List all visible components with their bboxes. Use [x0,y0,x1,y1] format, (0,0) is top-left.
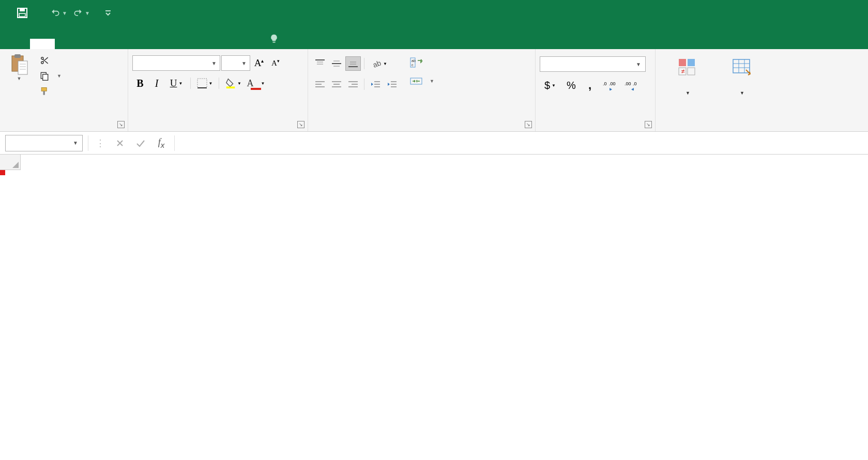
increase-decimal-button[interactable]: .0.00 [601,78,619,93]
borders-button[interactable]: ▼ [194,76,216,90]
customize-qat-button[interactable] [104,9,112,17]
group-alignment: ab▼ abc ▼ [308,49,536,131]
number-format-combo[interactable]: ▼ [540,56,646,72]
ribbon: ▼ ▼ ↘ [0,49,868,132]
tab-pdf-architect[interactable] [229,39,253,49]
svg-rect-11 [43,74,48,81]
merge-icon [410,76,422,86]
chevron-down-icon: ▼ [211,60,217,66]
conditional-formatting-icon: ≠ [677,56,698,77]
align-center-button[interactable] [329,77,344,91]
clipboard-dialog-launcher[interactable]: ↘ [117,121,125,128]
ribbon-tabs [0,26,868,49]
svg-text:.0: .0 [633,81,637,86]
paintbrush-icon [39,86,50,97]
align-top-button[interactable] [312,56,328,71]
chevron-down-icon: ▼ [241,60,247,66]
group-label-number [540,127,651,129]
tab-home[interactable] [30,39,55,49]
comma-button[interactable]: , [582,78,598,93]
underline-button[interactable]: U▼ [165,76,187,90]
alignment-dialog-launcher[interactable]: ↘ [525,121,532,128]
undo-button[interactable]: ▼ [50,8,67,18]
svg-rect-6 [18,61,27,74]
paste-button[interactable]: ▼ [4,52,34,81]
group-font: ▼ ▼ A▴ A▾ B I U▼ ▼ [128,49,308,131]
tell-me-search[interactable] [269,34,283,49]
column-headers [21,155,868,170]
tab-review[interactable] [154,39,179,49]
decrease-decimal-button[interactable]: .00.0 [622,78,641,93]
align-left-button[interactable] [312,77,328,91]
decrease-font-button[interactable]: A▾ [268,56,283,70]
chevron-down-icon: ▼ [636,62,641,67]
tab-view[interactable] [179,39,204,49]
svg-rect-5 [14,54,21,58]
number-dialog-launcher[interactable]: ↘ [645,121,652,128]
svg-rect-53 [688,68,695,75]
wrap-text-button[interactable]: abc [408,56,436,69]
paste-icon [9,54,29,75]
increase-indent-button[interactable] [384,77,400,91]
svg-text:≠: ≠ [681,68,685,75]
svg-text:ab: ab [372,58,382,69]
percent-button[interactable]: % [564,78,579,93]
chevron-down-icon: ▼ [17,76,22,81]
tab-data[interactable] [129,39,154,49]
cancel-formula-button[interactable] [112,136,128,150]
chevron-down-icon: ▼ [57,73,62,79]
insert-function-button[interactable]: fx [154,136,169,150]
orientation-button[interactable]: ab▼ [368,56,390,71]
accounting-format-button[interactable]: $▼ [540,78,560,93]
chevron-down-icon: ▼ [73,140,78,146]
name-box[interactable]: ▼ [5,135,83,151]
svg-text:.0: .0 [603,81,607,86]
svg-rect-2 [19,13,25,17]
tab-file[interactable] [9,39,30,49]
formula-input[interactable] [180,137,863,149]
tab-foxit[interactable] [204,39,229,49]
tab-insert[interactable] [55,39,80,49]
scissors-icon [39,55,50,66]
copy-icon [39,71,50,81]
svg-rect-1 [20,8,25,11]
quick-access-toolbar: ▼ ▼ [50,8,112,18]
svg-text:.00: .00 [625,81,631,86]
select-all-corner[interactable] [0,155,21,170]
align-right-button[interactable] [345,77,361,91]
formula-bar: ▼ ⋮ fx [0,132,868,155]
red-highlight-box [0,170,5,175]
increase-font-button[interactable]: A▴ [251,56,267,70]
italic-button[interactable]: I [149,76,164,90]
chevron-down-icon: ▼ [430,79,434,84]
redo-button[interactable]: ▼ [72,8,90,18]
group-label-styles [660,127,765,129]
conditional-formatting-button[interactable]: ≠ ▼ [660,54,716,96]
worksheet-grid[interactable] [0,155,868,170]
align-bottom-button[interactable] [345,56,361,71]
merge-center-button[interactable]: ▼ [408,75,436,87]
group-label-font [132,127,303,129]
format-painter-button[interactable] [37,85,64,98]
tab-formulas[interactable] [104,39,129,49]
font-dialog-launcher[interactable]: ↘ [297,121,304,128]
bold-button[interactable]: B [132,76,148,90]
fill-color-button[interactable]: ▼ [222,76,244,90]
wrap-text-icon: abc [410,57,422,68]
font-color-button[interactable]: A ▼ [245,76,267,90]
align-middle-button[interactable] [329,56,344,71]
cut-button[interactable] [37,54,64,67]
tab-page-layout[interactable] [80,39,104,49]
group-styles: ≠ ▼ ▼ [656,49,769,131]
enter-formula-button[interactable] [133,136,148,150]
svg-text:ab: ab [412,59,416,63]
format-as-table-button[interactable]: ▼ [719,54,765,96]
font-size-combo[interactable]: ▼ [221,55,250,71]
svg-text:.00: .00 [609,81,616,86]
font-name-combo[interactable]: ▼ [132,55,220,71]
copy-button[interactable]: ▼ [37,70,64,82]
decrease-indent-button[interactable] [368,77,383,91]
save-icon[interactable] [16,6,29,20]
svg-rect-50 [679,59,686,66]
namebox-expand-icon[interactable]: ⋮ [94,137,107,149]
